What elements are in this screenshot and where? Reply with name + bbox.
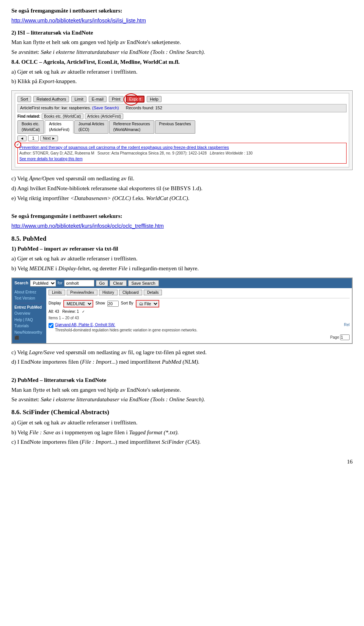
pm-toolbar: Limits Preview/Index History Clipboard D… bbox=[49, 290, 350, 298]
sidebar-tutorials-link[interactable]: Tutorials bbox=[14, 324, 29, 328]
rss-icon: ⬛ bbox=[14, 336, 19, 340]
para-c-open: c) Velg Åpne/Open ved spørsmål om nedlas… bbox=[11, 175, 353, 183]
af-nav-tabs: Books etc.(WorldCat) Articles(ArticleFir… bbox=[17, 120, 347, 134]
isi-para5: b) Klikk på Export-knappen. bbox=[11, 77, 353, 86]
sidebar-overview-link[interactable]: Overview bbox=[14, 311, 30, 315]
display-select[interactable]: MEDLINE bbox=[63, 300, 93, 307]
page-number: 16 bbox=[11, 458, 353, 466]
isi-para4: a) Gjør et søk og hak av aktuelle refera… bbox=[11, 68, 353, 76]
pm-sidebar: About Entrez Text Version Entrez PubMed … bbox=[12, 288, 46, 343]
show-input[interactable] bbox=[107, 301, 119, 307]
af-toolbar: Sort Related Authors Limit E-mail Print … bbox=[17, 96, 347, 102]
sidebar-overview: Overview bbox=[14, 311, 44, 317]
pm-search-input[interactable] bbox=[64, 280, 94, 287]
see-also-heading: Se også fremgangsmåte i nettbasert søkek… bbox=[11, 7, 353, 15]
prev-button[interactable]: ◄ bbox=[17, 136, 27, 141]
sidebar-about: About Entrez bbox=[14, 290, 44, 295]
isi-para3: 8.4. OCLC – Agricola, ArticleFirst, Econ… bbox=[11, 58, 353, 66]
url-link-2[interactable]: http://www.umb.no/biblioteket/kurs/infos… bbox=[11, 223, 164, 229]
af-inner: Sort Related Authors Limit E-mail Print … bbox=[15, 93, 349, 167]
show-label: Show bbox=[96, 301, 105, 306]
limit-button[interactable]: Limit bbox=[71, 96, 86, 102]
para-e-importfilter: e) Velg riktig importfilter <Databasenav… bbox=[11, 194, 353, 203]
url-link-1[interactable]: http://www.umb.no/biblioteket/kurs/infos… bbox=[11, 17, 146, 24]
result-content: Gjørvand AB, Plahte E, Omholt SW. Thresh… bbox=[55, 322, 198, 333]
books-worldcat-button[interactable]: Books etc. (WorldCat) bbox=[42, 114, 83, 119]
pubmed-heading: 8.5. PubMed bbox=[11, 235, 46, 242]
pm-limits-button[interactable]: Limits bbox=[49, 290, 65, 295]
sidebar-tutorials: Tutorials bbox=[14, 323, 44, 329]
pubmed-sub1: 1) PubMed – import av referanser via txt… bbox=[11, 246, 118, 252]
af-save-search[interactable]: (Save Search) bbox=[92, 106, 119, 110]
tab-books[interactable]: Books etc.(WorldCat) bbox=[17, 120, 44, 134]
pm-body: About Entrez Text Version Entrez PubMed … bbox=[12, 288, 352, 343]
af-pager: ◄ Next ► bbox=[17, 135, 347, 141]
tab-reference[interactable]: Reference Resources(WorldAlmanac) bbox=[109, 120, 154, 134]
tab-articles[interactable]: Articles(ArticleFirst) bbox=[45, 120, 74, 134]
sidebar-help-link[interactable]: Help | FAQ bbox=[14, 318, 33, 322]
result-desc: Threshold-dominated regulation hides gen… bbox=[55, 328, 198, 333]
af-result-title[interactable]: Prevention and therapy of squamous cell … bbox=[19, 145, 345, 151]
related-authors-button[interactable]: Related Authors bbox=[33, 96, 69, 102]
pm-search-label: Search bbox=[14, 280, 28, 286]
next-button[interactable]: Next ► bbox=[40, 136, 58, 141]
pm-details-button[interactable]: Details bbox=[144, 290, 162, 295]
pm-go-button[interactable]: Go bbox=[96, 280, 108, 286]
pm-search-bar: Search PubMed for Go Clear Save Search bbox=[12, 278, 352, 288]
sidebar-new-link[interactable]: New/Noteworthy bbox=[14, 330, 42, 334]
pm-para2-1: Man kan flytte et helt søk om gangen ved… bbox=[11, 386, 353, 394]
pm-clear-button[interactable]: Clear bbox=[110, 280, 126, 286]
af-title-bar: ArticleFirst results for: kw: raspberrie… bbox=[17, 104, 347, 112]
sf-para-c: c) I EndNote importeres filen (File : Im… bbox=[11, 438, 353, 446]
pubmed-para-b: b) Velg MEDLINE i Display-feltet, og der… bbox=[11, 265, 353, 273]
sidebar-help: Help | FAQ bbox=[14, 317, 44, 323]
para-d-endnote: d) Angi hvilket EndNote-bibliotek refera… bbox=[11, 184, 353, 193]
section-scifinder: 8.6. SciFinder (Chemical Abstracts) a) G… bbox=[11, 408, 353, 446]
pm-clipboard-button[interactable]: Clipboard bbox=[119, 290, 142, 295]
af-result-container: ✓ Prevention and therapy of squamous cel… bbox=[17, 143, 347, 164]
review-count: Review: 1 bbox=[62, 309, 79, 314]
sf-para-a: a) Gjør et søk og hak av aktuelle refera… bbox=[11, 419, 353, 427]
section-after-pm: c) Velg Lagre/Save ved spørsmål om nedla… bbox=[11, 348, 353, 404]
pm-page-box: Page bbox=[49, 334, 350, 341]
pm-outer: Search PubMed for Go Clear Save Search A… bbox=[12, 278, 352, 344]
section-after-af: c) Velg Åpne/Open ved spørsmål om nedlas… bbox=[11, 175, 353, 230]
sidebar-text-link[interactable]: Text Version bbox=[14, 296, 35, 300]
rel-label: Rel bbox=[344, 322, 350, 328]
export-button[interactable]: Export bbox=[126, 96, 145, 102]
af-result-author: Author: STONER, Gary D; AZIZ, Rubeena M … bbox=[19, 151, 345, 156]
articles-articlefirst-button[interactable]: Articles (ArticleFirst) bbox=[85, 114, 123, 119]
tab-journal[interactable]: Journal Articles(ECO) bbox=[74, 120, 108, 134]
scifinder-heading: 8.6. SciFinder (Chemical Abstracts) bbox=[11, 408, 109, 416]
email-button[interactable]: E-mail bbox=[89, 96, 107, 102]
page-num-input[interactable] bbox=[340, 334, 350, 340]
af-see-more-link[interactable]: See more details for locating this item bbox=[19, 156, 345, 162]
sidebar-text: Text Version bbox=[14, 296, 44, 301]
sidebar-about-link[interactable]: About Entrez bbox=[14, 290, 36, 294]
pm-para2-2: Se avsnittet: Søke i eksterne litteratur… bbox=[11, 396, 353, 404]
result-checkbox[interactable] bbox=[49, 323, 53, 328]
sort-button[interactable]: Sort bbox=[17, 96, 31, 102]
pm-preview-button[interactable]: Preview/Index bbox=[67, 290, 97, 295]
pm-result-item: Gjørvand AB, Plahte E, Omholt SW. Thresh… bbox=[49, 322, 350, 333]
sidebar-entrez: Entrez PubMed bbox=[14, 305, 44, 311]
help-button[interactable]: Help bbox=[147, 96, 162, 102]
file-select[interactable]: 🗂 File bbox=[136, 300, 159, 307]
screenshot-articlefirst: Sort Related Authors Limit E-mail Print … bbox=[11, 90, 353, 170]
result-link[interactable]: Gjørvand AB, Plahte E, Omholt SW. bbox=[55, 322, 198, 328]
print-button[interactable]: Print bbox=[109, 96, 124, 102]
sidebar-divider bbox=[14, 303, 44, 303]
tab-previous[interactable]: Previous Searches bbox=[155, 120, 195, 134]
top-section: Se også fremgangsmåte i nettbasert søkek… bbox=[11, 7, 353, 25]
pm-history-button[interactable]: History bbox=[99, 290, 118, 295]
find-related-label: Find related: bbox=[17, 114, 40, 120]
pm-para-d: d) I EndNote importeres filen (File : Im… bbox=[11, 358, 353, 366]
pm-sub2: 2) PubMed – litteratursøk via EndNote bbox=[11, 377, 106, 383]
pm-save-search-button[interactable]: Save Search bbox=[128, 280, 159, 286]
all-count: All: 43 bbox=[49, 309, 59, 314]
page-input[interactable] bbox=[28, 135, 39, 141]
section-isi: 2) ISI – litteratursøk via EndNote Man k… bbox=[11, 29, 353, 86]
screenshot-pubmed: Search PubMed for Go Clear Save Search A… bbox=[11, 278, 353, 344]
see-also-oclc: Se også fremgangsmåte i nettbasert søkek… bbox=[11, 213, 122, 219]
pm-database-select[interactable]: PubMed bbox=[30, 280, 56, 287]
